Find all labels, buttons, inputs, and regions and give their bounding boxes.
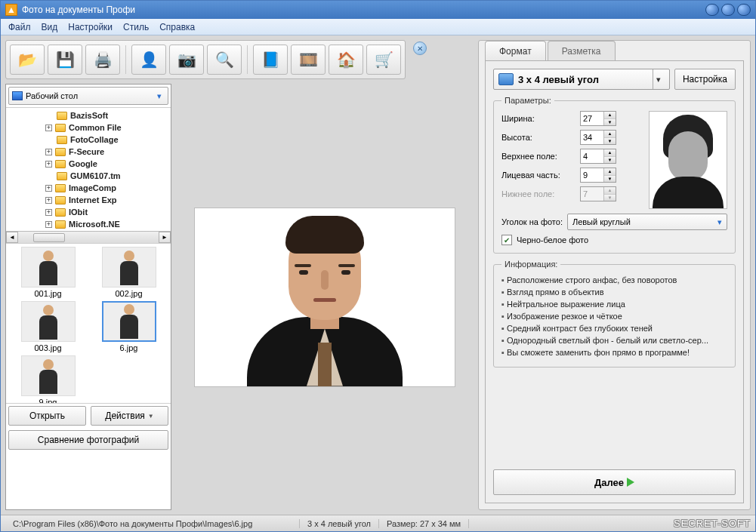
- tab-layout[interactable]: Разметка: [548, 41, 616, 61]
- preview-area: [176, 84, 474, 510]
- tree-item[interactable]: GUM6107.tm: [6, 170, 171, 182]
- spin-down-icon[interactable]: ▼: [604, 176, 616, 183]
- width-spinner[interactable]: ▲▼: [580, 111, 616, 126]
- toolbar-separator: [125, 45, 126, 74]
- open-button[interactable]: Открыть: [8, 406, 86, 426]
- menu-view[interactable]: Вид: [42, 22, 58, 32]
- width-input[interactable]: [581, 112, 603, 125]
- top-margin-spinner[interactable]: ▲▼: [580, 149, 616, 164]
- photo-preview[interactable]: [194, 208, 455, 387]
- tree-item[interactable]: +Internet Exp: [6, 194, 171, 206]
- menu-bar: Файл Вид Настройки Стиль Справка: [1, 19, 755, 35]
- spin-down-icon[interactable]: ▼: [604, 138, 616, 145]
- tree-item-label: ImageComp: [69, 183, 116, 192]
- tree-item[interactable]: +Common File: [6, 121, 171, 134]
- close-toolbar-icon[interactable]: ✕: [413, 42, 427, 55]
- format-settings-button[interactable]: Настройка: [674, 69, 736, 90]
- tree-item[interactable]: BazisSoft: [6, 109, 171, 121]
- minimize-button[interactable]: [705, 4, 719, 16]
- face-part-spinner[interactable]: ▲▼: [580, 168, 616, 183]
- print-icon[interactable]: 🖨️: [85, 45, 120, 75]
- thumbnail[interactable]: 003.jpg: [9, 301, 87, 352]
- portrait-graphic: [248, 211, 402, 386]
- scroll-right-icon[interactable]: ►: [159, 232, 171, 243]
- expand-icon[interactable]: +: [45, 185, 52, 192]
- expand-icon[interactable]: +: [45, 197, 52, 204]
- toolbar-separator: [247, 45, 248, 74]
- scroll-left-icon[interactable]: ◄: [6, 232, 18, 243]
- zoom-icon[interactable]: 🔍: [207, 45, 242, 75]
- close-window-button[interactable]: [737, 4, 751, 16]
- face-part-input[interactable]: [581, 168, 603, 182]
- chevron-down-icon: ▾: [154, 91, 165, 101]
- window-titlebar: ▲ Фото на документы Профи: [1, 1, 755, 19]
- folder-icon: [55, 220, 66, 229]
- tree-item-label: F-Secure: [69, 147, 104, 156]
- expand-icon[interactable]: +: [45, 125, 52, 131]
- expand-icon[interactable]: +: [45, 161, 52, 168]
- window-title: Фото на документы Профи: [22, 5, 703, 15]
- tree-item[interactable]: +F-Secure: [6, 146, 171, 158]
- help-icon[interactable]: 📘: [253, 45, 288, 75]
- tree-scrollbar[interactable]: ◄ ►: [6, 231, 171, 243]
- expand-icon[interactable]: +: [45, 149, 52, 155]
- height-spinner[interactable]: ▲▼: [580, 130, 616, 145]
- corner-select[interactable]: Левый круглый ▾: [567, 214, 727, 230]
- tree-item[interactable]: +ImageComp: [6, 182, 171, 194]
- height-label: Высота:: [501, 133, 575, 142]
- folder-icon: [55, 184, 66, 192]
- save-icon[interactable]: 💾: [48, 45, 82, 75]
- cart-icon[interactable]: 🛒: [366, 45, 401, 75]
- information-legend: Информация:: [501, 260, 560, 269]
- thumbnail[interactable]: 9.jpg: [9, 355, 87, 403]
- home-icon[interactable]: 🏠: [329, 45, 363, 75]
- information-group: Информация: Расположение строго анфас, б…: [493, 260, 736, 367]
- compare-photos-button[interactable]: Сравнение фотографий: [8, 430, 168, 450]
- actions-button[interactable]: Действия▼: [91, 406, 168, 426]
- spin-up-icon[interactable]: ▲: [604, 149, 616, 157]
- tree-item[interactable]: +IObit: [6, 206, 171, 218]
- format-preset-combo[interactable]: 3 x 4 левый угол ▾: [493, 69, 670, 90]
- top-margin-input[interactable]: [581, 149, 603, 163]
- location-combo[interactable]: Рабочий стол ▾: [8, 87, 168, 105]
- spin-down-icon[interactable]: ▼: [604, 119, 616, 126]
- spin-up-icon[interactable]: ▲: [604, 112, 616, 119]
- format-preset-label: 3 x 4 левый угол: [518, 74, 648, 85]
- menu-help[interactable]: Справка: [159, 22, 195, 32]
- tree-item[interactable]: +Google: [6, 158, 171, 170]
- thumbnail-caption: 002.jpg: [90, 289, 168, 298]
- menu-file[interactable]: Файл: [8, 22, 31, 32]
- scroll-thumb[interactable]: [33, 233, 65, 242]
- info-list: Расположение строго анфас, без поворотов…: [501, 275, 727, 359]
- thumbnail[interactable]: 001.jpg: [9, 247, 87, 298]
- width-label: Ширина:: [501, 114, 575, 123]
- maximize-button[interactable]: [721, 4, 735, 16]
- spin-down-icon[interactable]: ▼: [604, 157, 616, 164]
- bottom-margin-spinner: ▲▼: [580, 186, 616, 201]
- status-path: C:\Program Files (x86)\Фото на документы…: [5, 519, 300, 528]
- info-item: Расположение строго анфас, без поворотов: [501, 275, 727, 287]
- right-panel: Формат Разметка 3 x 4 левый угол ▾ Настр…: [478, 40, 751, 510]
- tab-format[interactable]: Формат: [485, 41, 546, 61]
- spin-up-icon[interactable]: ▲: [604, 168, 616, 176]
- next-button[interactable]: Далее: [493, 469, 736, 495]
- bw-checkbox[interactable]: ✔: [501, 235, 512, 245]
- thumbnail[interactable]: 6.jpg: [90, 301, 168, 352]
- spin-up-icon[interactable]: ▲: [604, 131, 616, 138]
- thumbnail-image: [21, 355, 76, 396]
- expand-icon[interactable]: +: [45, 209, 52, 216]
- menu-style[interactable]: Стиль: [123, 22, 149, 32]
- height-input[interactable]: [581, 131, 603, 144]
- tree-item-label: IObit: [69, 208, 88, 217]
- face-detection-icon[interactable]: 👤: [131, 45, 166, 75]
- menu-settings[interactable]: Настройки: [68, 22, 113, 32]
- camera-icon[interactable]: 📷: [169, 45, 204, 75]
- tree-item[interactable]: FotoCollage: [6, 134, 171, 146]
- top-margin-label: Верхнее поле:: [501, 152, 575, 161]
- expand-icon[interactable]: +: [45, 221, 52, 228]
- thumbnail[interactable]: 002.jpg: [90, 247, 168, 298]
- video-icon[interactable]: 🎞️: [291, 45, 326, 75]
- tree-item[interactable]: +Microsoft.NE: [6, 218, 171, 230]
- open-icon[interactable]: 📂: [10, 45, 45, 75]
- folder-tree[interactable]: BazisSoft+Common FileFotoCollage+F-Secur…: [6, 107, 171, 243]
